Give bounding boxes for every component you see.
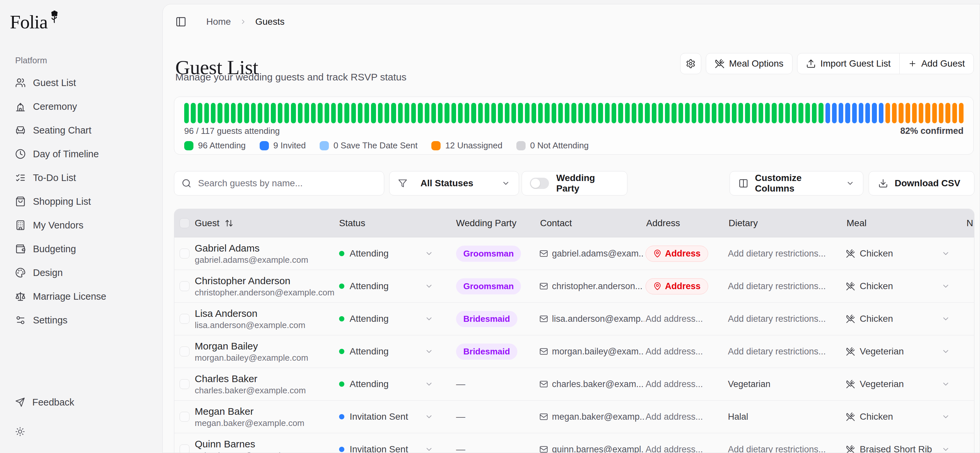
meal-select[interactable]: Chicken xyxy=(846,270,893,302)
meal-select[interactable]: Chicken xyxy=(846,400,893,433)
address-placeholder[interactable]: Add address... xyxy=(646,346,703,357)
dietary-placeholder[interactable]: Add dietary restrictions... xyxy=(728,444,826,453)
sidebar: Folia Platform Guest ListCeremonySeating… xyxy=(0,0,162,453)
utensils-crossed-icon xyxy=(846,249,855,258)
meal-select[interactable]: Chicken xyxy=(846,238,893,270)
contact-cell[interactable]: lisa.anderson@examp... xyxy=(539,303,644,335)
settings-button[interactable] xyxy=(680,53,701,74)
wedding-party-badge[interactable]: Groomsman xyxy=(456,246,521,262)
status-select[interactable]: Attending xyxy=(339,270,388,302)
dietary-placeholder[interactable]: Add dietary restrictions... xyxy=(728,314,826,324)
column-header-guest[interactable]: Guest xyxy=(195,209,233,237)
table-row[interactable]: Charles Bakercharles.baker@example.comAt… xyxy=(174,368,974,400)
wedding-party-badge[interactable]: Groomsman xyxy=(456,278,521,294)
table-row[interactable]: Megan Bakermegan.baker@example.comInvita… xyxy=(174,400,974,433)
contact-cell[interactable]: quinn.barnes@exampl... xyxy=(539,433,644,453)
row-checkbox[interactable] xyxy=(180,412,189,422)
feedback-button[interactable]: Feedback xyxy=(10,390,154,414)
status-select[interactable]: Attending xyxy=(339,238,388,270)
wedding-party-toggle[interactable] xyxy=(530,178,549,189)
status-select[interactable]: Attending xyxy=(339,303,388,335)
wedding-party-badge[interactable]: Bridesmaid xyxy=(456,343,517,360)
status-filter-select[interactable]: All Statuses xyxy=(389,171,519,196)
sidebar-item-label: Budgeting xyxy=(33,244,76,255)
contact-cell[interactable]: gabriel.adams@exam... xyxy=(539,238,644,270)
progress-segment xyxy=(558,103,563,123)
row-checkbox[interactable] xyxy=(180,249,189,258)
table-row[interactable]: Gabriel Adamsgabriel.adams@example.comAt… xyxy=(174,238,974,270)
table-row[interactable]: Christopher Andersonchristopher.anderson… xyxy=(174,270,974,303)
sidebar-toggle-icon[interactable] xyxy=(175,16,186,27)
mail-icon xyxy=(539,314,548,323)
sidebar-item-design[interactable]: Design xyxy=(10,261,154,284)
meal-select[interactable]: Chicken xyxy=(846,303,893,335)
status-select[interactable]: Attending xyxy=(339,335,388,368)
add-guest-button[interactable]: Add Guest xyxy=(900,53,974,74)
row-checkbox[interactable] xyxy=(180,314,189,324)
progress-segment xyxy=(765,103,770,123)
dietary-placeholder[interactable]: Add dietary restrictions... xyxy=(728,249,826,259)
status-select[interactable]: Attending xyxy=(339,368,388,400)
progress-segment xyxy=(418,103,422,123)
sidebar-item-settings[interactable]: Settings xyxy=(10,308,154,332)
progress-segment xyxy=(391,103,396,123)
contact-cell[interactable]: christopher.anderson... xyxy=(539,270,644,302)
rsvp-progress-bar xyxy=(184,103,964,123)
meal-options-button[interactable]: Meal Options xyxy=(706,53,792,74)
dietary-value[interactable]: Vegetarian xyxy=(728,379,770,389)
dietary-value[interactable]: Halal xyxy=(728,412,748,422)
sun-icon[interactable] xyxy=(15,427,25,437)
customize-columns-button[interactable]: Customize Columns xyxy=(730,171,863,196)
status-select[interactable]: Invitation Sent xyxy=(339,400,408,433)
table-row[interactable]: Lisa Andersonlisa.anderson@example.comAt… xyxy=(174,303,974,335)
progress-segment xyxy=(718,103,723,123)
table-row[interactable]: Quinn Barnesquinn.barnes@example.comInvi… xyxy=(174,433,974,453)
address-placeholder[interactable]: Add address... xyxy=(646,379,703,389)
contact-cell[interactable]: megan.baker@examp... xyxy=(539,400,644,433)
import-guest-list-button[interactable]: Import Guest List xyxy=(797,53,899,74)
row-checkbox[interactable] xyxy=(180,346,189,356)
guest-table: Guest Status Wedding Party Contact Addre… xyxy=(174,209,974,453)
row-checkbox[interactable] xyxy=(180,444,189,453)
wedding-party-badge[interactable]: Bridesmaid xyxy=(456,311,517,327)
table-row[interactable]: Morgan Baileymorgan.bailey@example.comAt… xyxy=(174,335,974,368)
sidebar-item-guest-list[interactable]: Guest List xyxy=(10,71,154,95)
address-placeholder[interactable]: Add address... xyxy=(646,444,703,453)
sidebar-item-marriage-license[interactable]: Marriage License xyxy=(10,284,154,308)
sidebar-item-seating-chart[interactable]: Seating Chart xyxy=(10,118,154,142)
contact-cell[interactable]: charles.baker@exam... xyxy=(539,368,644,400)
address-missing-badge[interactable]: Address xyxy=(646,246,708,262)
breadcrumb-home[interactable]: Home xyxy=(206,16,231,27)
dietary-placeholder[interactable]: Add dietary restrictions... xyxy=(728,281,826,292)
chevron-down-icon xyxy=(846,179,854,188)
download-csv-button[interactable]: Download CSV xyxy=(869,171,974,196)
search-input[interactable] xyxy=(197,178,377,189)
address-missing-badge[interactable]: Address xyxy=(646,278,708,294)
progress-segment xyxy=(438,103,442,123)
select-all-checkbox[interactable] xyxy=(180,218,189,228)
sidebar-item-budgeting[interactable]: Budgeting xyxy=(10,237,154,261)
sidebar-item-my-vendors[interactable]: My Vendors xyxy=(10,213,154,237)
address-placeholder[interactable]: Add address... xyxy=(646,412,703,422)
progress-segment xyxy=(652,103,656,123)
progress-segment xyxy=(945,103,950,123)
progress-segment xyxy=(872,103,877,123)
meal-select[interactable]: Braised Short Rib xyxy=(846,433,932,453)
contact-cell[interactable]: morgan.bailey@exam... xyxy=(539,335,644,368)
sidebar-item-ceremony[interactable]: Ceremony xyxy=(10,95,154,118)
sort-icon[interactable] xyxy=(225,219,233,228)
row-checkbox[interactable] xyxy=(180,379,189,389)
sidebar-item-to-do-list[interactable]: To-Do List xyxy=(10,166,154,190)
row-checkbox[interactable] xyxy=(180,281,189,291)
meal-select[interactable]: Vegeterian xyxy=(846,368,904,400)
legend-swatch xyxy=(184,141,193,150)
sidebar-item-label: Shopping List xyxy=(33,196,91,207)
dietary-placeholder[interactable]: Add dietary restrictions... xyxy=(728,346,826,357)
sidebar-item-day-of-timeline[interactable]: Day of Timeline xyxy=(10,142,154,166)
address-placeholder[interactable]: Add address... xyxy=(646,314,703,324)
status-select[interactable]: Invitation Sent xyxy=(339,433,408,453)
progress-segment xyxy=(518,103,523,123)
mail-icon xyxy=(539,412,548,421)
sidebar-item-shopping-list[interactable]: Shopping List xyxy=(10,190,154,213)
meal-select[interactable]: Vegeterian xyxy=(846,335,904,368)
